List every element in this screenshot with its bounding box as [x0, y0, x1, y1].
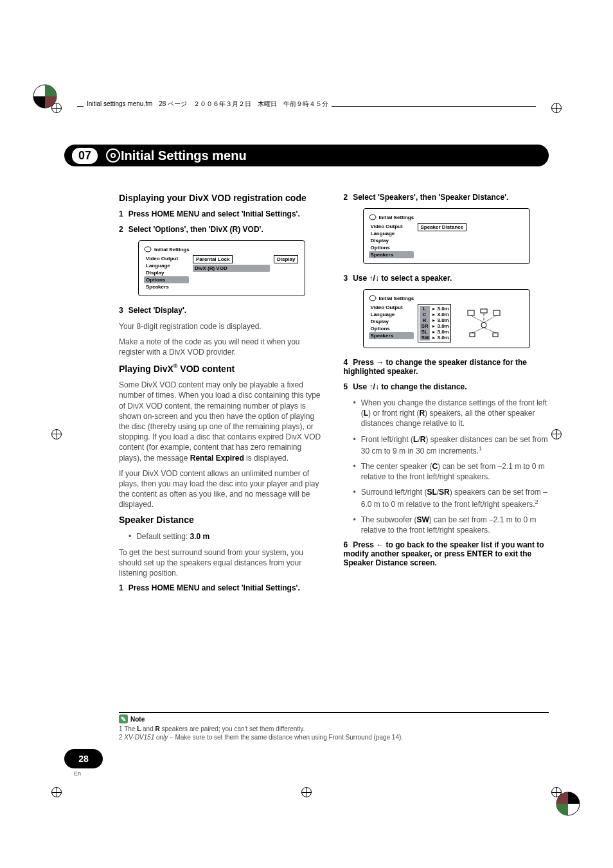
bold-text: SR: [439, 488, 450, 497]
osd-menu-item: Language: [369, 230, 414, 237]
step: 4Press → to change the speaker distance …: [344, 358, 549, 376]
speaker-value: 3.0m: [438, 317, 449, 323]
arrow-icon: ▸: [432, 317, 435, 323]
text: speakers are paired; you can't set them …: [160, 725, 305, 732]
osd-title: Initial Settings: [369, 295, 524, 301]
bold-text: SL: [427, 488, 436, 497]
osd-menu-item: Language: [369, 311, 414, 318]
svg-point-6: [369, 296, 376, 301]
right-arrow-icon: →: [376, 358, 384, 367]
step-text: Select 'Options', then 'DivX (R) VOD'.: [129, 225, 263, 234]
osd-title: Initial Settings: [144, 246, 299, 252]
osd-detail: Display: [274, 255, 299, 290]
text: Some DivX VOD content may only be playab…: [119, 380, 321, 462]
speaker-label: L: [420, 306, 430, 312]
speaker-row: R▸3.0m: [420, 317, 449, 323]
step-number: 2: [119, 225, 123, 234]
note-header: ✎Note: [119, 714, 549, 723]
speaker-value: 3.0m: [438, 312, 449, 317]
speaker-row: C▸3.0m: [420, 312, 449, 317]
text: – Make sure to set them the same distanc…: [168, 734, 403, 741]
svg-rect-12: [493, 333, 498, 337]
header-filename: Initial settings menu.fm 28 ページ ２００６年３月２…: [84, 100, 332, 109]
osd-menu-item: Display: [144, 269, 189, 276]
osd-label: Display: [274, 255, 298, 263]
speaker-value: 3.0m: [438, 329, 449, 335]
body-text: If your DivX VOD content allows an unlim…: [119, 468, 324, 510]
speaker-row: SR▸3.0m: [420, 323, 449, 329]
svg-point-3: [111, 154, 115, 157]
osd-menu-item-selected: Options: [144, 276, 189, 283]
osd-option-selected: DivX (R) VOD: [193, 265, 270, 272]
step-number: 2: [344, 193, 348, 202]
chapter-number: 07: [72, 148, 98, 164]
step: 3Select 'Display'.: [119, 306, 324, 315]
bold-text: SW: [416, 515, 429, 524]
osd-menu-item: Video Output: [369, 304, 414, 311]
step-text: Use ↑/↓ to change the distance.: [353, 382, 466, 391]
bold-text: L: [364, 409, 368, 418]
text: and: [141, 725, 155, 732]
osd-screenshot: Initial Settings Video Output Language D…: [363, 208, 530, 264]
step-text: Select 'Display'.: [129, 306, 186, 315]
osd-menu-item: Display: [369, 237, 414, 244]
step: 2Select 'Speakers', then 'Speaker Distan…: [344, 193, 549, 202]
svg-rect-11: [470, 333, 475, 337]
bullet-item: Surround left/right (SL/SR) speakers can…: [353, 487, 549, 509]
arrow-icon: ▸: [432, 335, 435, 341]
svg-point-4: [145, 247, 151, 252]
osd-screenshot: Initial Settings Video Output Language D…: [138, 240, 305, 296]
speaker-row: SW▸3.0m: [420, 335, 449, 341]
step-text: Select 'Speakers', then 'Speaker Distanc…: [353, 193, 508, 202]
speaker-value: 3.0m: [438, 323, 449, 329]
step: 6Press ← to go back to the speaker list …: [344, 540, 549, 567]
text: is displayed.: [244, 454, 289, 463]
text: ) or front right (: [368, 409, 419, 418]
svg-rect-9: [493, 310, 500, 315]
svg-rect-8: [481, 309, 487, 313]
speaker-value: 3.0m: [438, 335, 449, 341]
speaker-label: SR: [420, 323, 430, 329]
crop-mark: [551, 103, 562, 113]
disc-icon: [105, 148, 121, 163]
down-arrow-icon: ↓: [375, 382, 379, 391]
footnote-ref: 2: [535, 499, 538, 505]
osd-menu-item: Video Output: [144, 255, 189, 262]
color-swatch-icon: [32, 84, 58, 109]
right-column: 2Select 'Speakers', then 'Speaker Distan…: [344, 193, 549, 599]
step-number: 1: [119, 583, 123, 592]
chapter-header: 07 Initial Settings menu: [64, 145, 549, 166]
left-arrow-icon: ←: [376, 540, 384, 549]
note-icon: ✎: [119, 714, 128, 723]
bold-text: R: [155, 725, 160, 732]
bold-text: R: [419, 409, 425, 418]
down-arrow-icon: ↓: [375, 274, 379, 283]
text: The center speaker (: [361, 462, 432, 471]
body-text: Make a note of the code as you will need…: [119, 337, 324, 357]
text: Front left/right (: [361, 435, 413, 444]
bold-text: C: [432, 462, 438, 471]
speaker-row: SL▸3.0m: [420, 329, 449, 335]
osd-label: Speaker Distance: [418, 223, 467, 231]
bullet-item: Default setting: 3.0 m: [129, 531, 324, 542]
body-text: Your 8-digit registration code is displa…: [119, 321, 324, 332]
page-language: En: [74, 770, 81, 777]
step-text: Use ↑/↓ to select a speaker.: [353, 274, 452, 283]
text: Default setting:: [136, 532, 190, 541]
osd-title: Initial Settings: [369, 214, 524, 220]
body-text: Some DivX VOD content may only be playab…: [119, 380, 324, 463]
step-text: Press ← to go back to the speaker list i…: [344, 540, 544, 567]
note-label: Note: [130, 716, 145, 723]
bullet-item: When you change the distance settings of…: [353, 398, 549, 429]
speaker-label: R: [420, 317, 430, 323]
step-number: 6: [344, 540, 348, 549]
osd-screenshot: Initial Settings Video Output Language D…: [363, 289, 530, 348]
osd-title-text: Initial Settings: [379, 215, 414, 220]
svg-rect-7: [468, 310, 474, 315]
step-text: Press → to change the speaker distance f…: [344, 358, 527, 376]
footnote-ref: 1: [479, 445, 482, 452]
step-number: 5: [344, 382, 348, 391]
osd-menu-item: Language: [144, 262, 189, 269]
arrow-icon: ▸: [432, 306, 435, 312]
speaker-label: C: [420, 312, 430, 317]
